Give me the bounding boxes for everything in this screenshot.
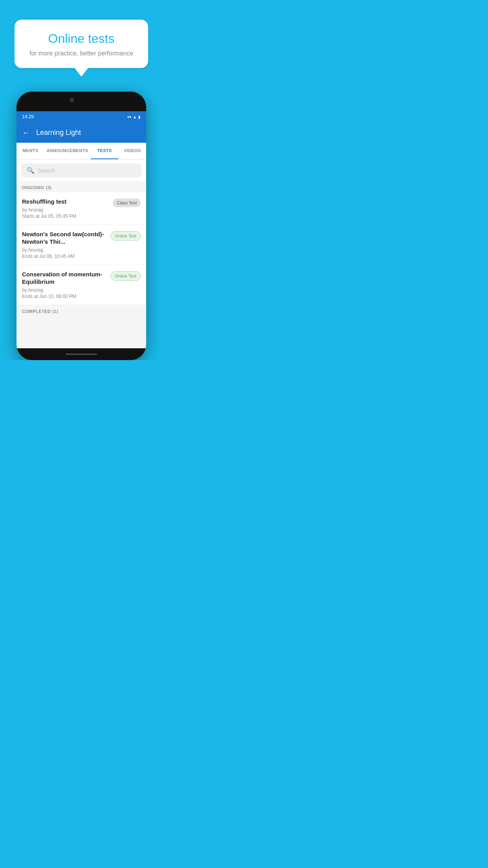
test-info: Newton's Second law(contd)-Newton's Thir… bbox=[22, 230, 106, 259]
speech-bubble: Online tests for more practice, better p… bbox=[15, 20, 148, 68]
test-date-1: Starts at Jul 05, 05:45 PM bbox=[22, 213, 109, 219]
test-author-3: by Anurag bbox=[22, 287, 106, 293]
test-badge-3: Online Test bbox=[110, 271, 141, 281]
speech-bubble-area: Online tests for more practice, better p… bbox=[0, 8, 163, 72]
phone-bezel-bottom bbox=[17, 348, 146, 360]
ongoing-section-header: ONGOING (3) bbox=[17, 181, 146, 192]
home-indicator bbox=[66, 353, 97, 355]
tab-announcements[interactable]: ANNOUNCEMENTS bbox=[44, 143, 91, 159]
app-bar: ← Learning Light bbox=[17, 122, 146, 143]
status-icons: ▾▾ ▲ ▮ bbox=[127, 115, 141, 119]
phone-notch bbox=[70, 92, 93, 101]
tab-bar: MENTS ANNOUNCEMENTS TESTS VIDEOS bbox=[17, 143, 146, 160]
search-input-container[interactable]: 🔍 Search bbox=[21, 164, 141, 177]
test-item[interactable]: Conservation of momentum-Equilibrium by … bbox=[17, 265, 146, 305]
test-date-3: Ends at Jun 10, 06:00 PM bbox=[22, 294, 106, 299]
battery-icon: ▮ bbox=[138, 115, 141, 119]
test-name-2: Newton's Second law(contd)-Newton's Thir… bbox=[22, 230, 106, 246]
app-title: Learning Light bbox=[36, 129, 81, 137]
completed-section-header: COMPLETED (1) bbox=[17, 305, 146, 316]
search-bar: 🔍 Search bbox=[17, 160, 146, 181]
test-name-3: Conservation of momentum-Equilibrium bbox=[22, 270, 106, 286]
status-bar: 14:29 ▾▾ ▲ ▮ bbox=[17, 111, 146, 122]
test-badge-1: Class Test bbox=[113, 199, 141, 207]
status-time: 14:29 bbox=[22, 114, 34, 120]
phone-bezel-top bbox=[17, 92, 146, 111]
bubble-title: Online tests bbox=[26, 31, 136, 46]
wifi-icon: ▾▾ bbox=[127, 115, 131, 119]
test-item[interactable]: Newton's Second law(contd)-Newton's Thir… bbox=[17, 225, 146, 265]
test-info: Reshuffling test by Anurag Starts at Jul… bbox=[22, 198, 109, 219]
test-author-1: by Anurag bbox=[22, 207, 109, 213]
screen-content: 🔍 Search ONGOING (3) Reshuffling test by… bbox=[17, 160, 146, 348]
test-item[interactable]: Reshuffling test by Anurag Starts at Jul… bbox=[17, 192, 146, 225]
phone-mockup: 14:29 ▾▾ ▲ ▮ ← Learning Light MENTS ANNO… bbox=[17, 92, 146, 360]
test-badge-2: Online Test bbox=[110, 231, 141, 241]
front-camera bbox=[70, 97, 74, 102]
tab-tests[interactable]: TESTS bbox=[91, 143, 119, 159]
search-placeholder: Search bbox=[38, 167, 55, 174]
bubble-subtitle: for more practice, better performance bbox=[26, 50, 136, 57]
test-info: Conservation of momentum-Equilibrium by … bbox=[22, 270, 106, 299]
test-author-2: by Anurag bbox=[22, 247, 106, 253]
tab-ments[interactable]: MENTS bbox=[17, 143, 44, 159]
test-name-1: Reshuffling test bbox=[22, 198, 109, 206]
signal-icon: ▲ bbox=[133, 115, 137, 119]
search-icon: 🔍 bbox=[27, 167, 35, 174]
test-date-2: Ends at Jul 06, 10:45 AM bbox=[22, 254, 106, 259]
tab-videos[interactable]: VIDEOS bbox=[118, 143, 146, 159]
back-button[interactable]: ← bbox=[22, 128, 30, 137]
